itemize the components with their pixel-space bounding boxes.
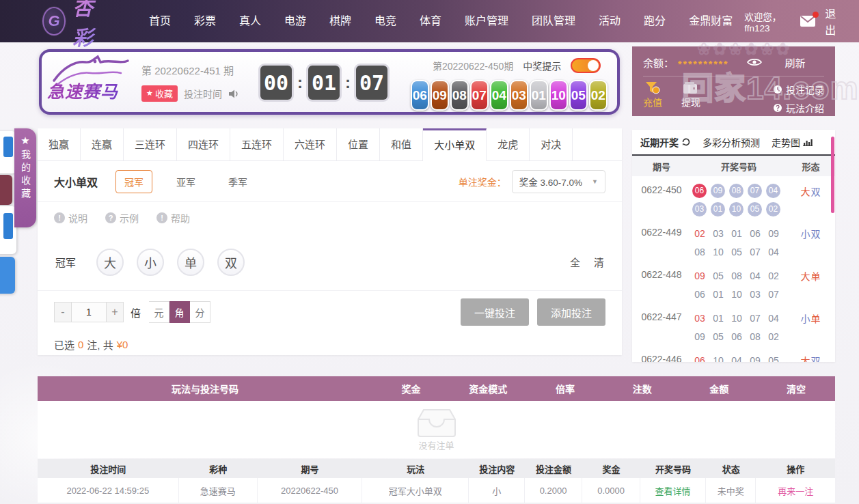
my-favorites-tab[interactable]: ★ 我的收藏 bbox=[14, 128, 36, 227]
deposit-button[interactable]: 充值 bbox=[643, 81, 662, 109]
tab-daxiaodanshuang[interactable]: 大小单双 bbox=[423, 128, 487, 161]
speaker-icon[interactable] bbox=[228, 89, 239, 99]
countdown-timer: 00 : 01 : 07 bbox=[260, 66, 387, 100]
play-type: 冠军大小单双 bbox=[362, 478, 469, 503]
sidebar-tab-recent-draws[interactable]: 近期开奖 bbox=[640, 135, 691, 149]
option-even[interactable]: 双 bbox=[217, 249, 245, 276]
withdraw-button[interactable]: 提现 bbox=[681, 81, 700, 109]
wallet-panel: 余额： ********** 刷新 充值 bbox=[632, 46, 835, 116]
nav-item-wealth[interactable]: 金鼎财富 bbox=[677, 0, 744, 42]
draw-ball: 06 bbox=[411, 80, 429, 111]
tab-wulianhuan[interactable]: 五连环 bbox=[230, 128, 284, 160]
results-sidebar: 近期开奖 多彩分析预测 走势图 期号 开奖号码 形态 06 bbox=[632, 130, 835, 362]
nav-item-cards[interactable]: 棋牌 bbox=[318, 0, 363, 42]
countdown-minutes: 01 bbox=[308, 66, 340, 100]
history-header: 投注时间 彩种 期号 玩法 投注内容 投注金额 奖金 开奖号码 状态 操作 bbox=[38, 459, 835, 478]
tab-sanlianhuan[interactable]: 三连环 bbox=[124, 128, 177, 160]
help-shili[interactable]: ? 示例 bbox=[105, 211, 139, 225]
tab-duijue[interactable]: 对决 bbox=[530, 128, 573, 160]
site-logo[interactable]: G 杏彩 bbox=[42, 0, 107, 51]
wallet-divider bbox=[643, 76, 824, 76]
floating-widget[interactable] bbox=[0, 257, 15, 294]
info-icon: ! bbox=[156, 212, 167, 223]
empty-tray-icon bbox=[417, 408, 456, 437]
prize-select[interactable]: 奖金 3.60-7.0% ▼ bbox=[512, 170, 605, 193]
nav-item-home[interactable]: 首页 bbox=[137, 0, 182, 42]
play-panel: 独赢 连赢 三连环 四连环 五连环 六连环 位置 和值 大小单双 龙虎 对决 大… bbox=[38, 128, 622, 355]
bet-content: 小 bbox=[469, 478, 525, 503]
select-all-button[interactable]: 全 bbox=[570, 255, 580, 269]
sidebar-tab-trend[interactable]: 走势图 bbox=[772, 135, 813, 149]
quick-bet-button[interactable]: 一键投注 bbox=[461, 298, 529, 326]
history-row: 2022-06-22 14:59:25 急速赛马 20220622-450 冠军… bbox=[38, 478, 835, 503]
favorite-badge[interactable]: ★收藏 bbox=[141, 85, 178, 102]
banner-period-info: 第 20220622-451 期 ★收藏 投注时间 bbox=[141, 63, 239, 102]
multiplier-minus-button[interactable]: - bbox=[54, 302, 72, 322]
tab-weizhi[interactable]: 位置 bbox=[337, 128, 380, 160]
draw-ball: 05 bbox=[569, 80, 588, 111]
row-label-champion: 冠军 bbox=[55, 255, 76, 269]
help-shuoming[interactable]: ! 说明 bbox=[54, 211, 87, 225]
draw-ball: 10 bbox=[549, 80, 568, 111]
tab-longhu[interactable]: 龙虎 bbox=[487, 128, 530, 160]
sidebar-scrollbar[interactable] bbox=[831, 137, 834, 213]
help-bangzhu[interactable]: ! 帮助 bbox=[156, 211, 190, 225]
toggle-knob bbox=[588, 60, 599, 71]
view-details-link[interactable]: 查看详情 bbox=[640, 478, 706, 503]
tab-silianhuan[interactable]: 四连环 bbox=[177, 128, 230, 160]
option-big[interactable]: 大 bbox=[96, 249, 124, 276]
play-intro-link[interactable]: 玩法介绍 bbox=[773, 101, 824, 115]
result-row: 0622-447 0301100704 0905060802 小单 bbox=[632, 303, 835, 346]
logout-link[interactable]: 退出 bbox=[825, 5, 841, 38]
sidebar-tab-analysis[interactable]: 多彩分析预测 bbox=[703, 135, 760, 149]
bet-time-label: 投注时间 bbox=[184, 87, 222, 100]
refresh-balance-link[interactable]: 刷新 bbox=[785, 55, 806, 70]
nav-item-esports[interactable]: 电竞 bbox=[363, 0, 408, 42]
nav-item-egames[interactable]: 电游 bbox=[273, 0, 318, 42]
position-third[interactable]: 季军 bbox=[219, 170, 256, 193]
last-period: 第20220622-450期 bbox=[433, 59, 513, 72]
unit-fen[interactable]: 分 bbox=[190, 301, 210, 323]
notification-dot bbox=[813, 12, 819, 18]
multiplier-plus-button[interactable]: + bbox=[106, 302, 124, 322]
empty-text: 没有注单 bbox=[418, 438, 454, 451]
win-tip-toggle[interactable] bbox=[571, 58, 601, 73]
logo-emblem-icon: G bbox=[42, 7, 66, 36]
nav-item-sports[interactable]: 体育 bbox=[408, 0, 453, 42]
multiplier-input[interactable] bbox=[72, 302, 106, 322]
funnel-icon bbox=[645, 81, 660, 95]
tab-liulianhuan[interactable]: 六连环 bbox=[284, 128, 337, 160]
nav-item-promo[interactable]: 活动 bbox=[587, 0, 632, 42]
tab-hezhi[interactable]: 和值 bbox=[380, 128, 423, 160]
betslip-table: 玩法与投注号码 奖金 资金模式 倍率 注数 金额 清空 没有注单 bbox=[38, 376, 835, 458]
unit-jiao[interactable]: 角 bbox=[169, 301, 190, 323]
balance-masked: ********** bbox=[678, 55, 728, 70]
eye-icon[interactable] bbox=[747, 57, 762, 67]
position-champion[interactable]: 冠军 bbox=[115, 170, 152, 193]
option-small[interactable]: 小 bbox=[137, 249, 164, 276]
refresh-icon[interactable] bbox=[681, 137, 691, 147]
unit-yuan[interactable]: 元 bbox=[149, 301, 169, 323]
nav-item-team[interactable]: 团队管理 bbox=[520, 0, 587, 42]
add-bet-button[interactable]: 添加投注 bbox=[537, 298, 605, 326]
clear-button[interactable]: 清 bbox=[594, 255, 604, 269]
mail-icon[interactable] bbox=[800, 15, 816, 27]
option-odd[interactable]: 单 bbox=[177, 249, 204, 276]
nav-item-live[interactable]: 真人 bbox=[228, 0, 273, 42]
betslip-header: 玩法与投注号码 奖金 资金模式 倍率 注数 金额 清空 bbox=[38, 376, 835, 401]
floating-widget[interactable] bbox=[0, 175, 12, 205]
result-row: 0622-448 0905080402 0601100307 大单 bbox=[632, 261, 835, 303]
position-runnerup[interactable]: 亚军 bbox=[167, 170, 204, 193]
tab-duying[interactable]: 独赢 bbox=[38, 128, 81, 160]
nav-item-paofen[interactable]: 跑分 bbox=[632, 0, 677, 42]
tab-lianying[interactable]: 连赢 bbox=[81, 128, 124, 160]
app-icon bbox=[3, 213, 13, 239]
bet-again-link[interactable]: 再来一注 bbox=[756, 478, 835, 503]
nav-item-lottery[interactable]: 彩票 bbox=[182, 0, 228, 42]
prize-amount: 0.0000 bbox=[582, 478, 640, 503]
bet-records-link[interactable]: 投注记录 bbox=[773, 83, 824, 96]
result-row: 0622-450 0609080704 0301100502 大双 bbox=[632, 176, 835, 219]
last-draw-balls: 06 09 08 07 04 03 01 10 05 02 bbox=[411, 80, 617, 111]
nav-item-account[interactable]: 账户管理 bbox=[453, 0, 520, 42]
draw-ball: 09 bbox=[431, 80, 449, 111]
